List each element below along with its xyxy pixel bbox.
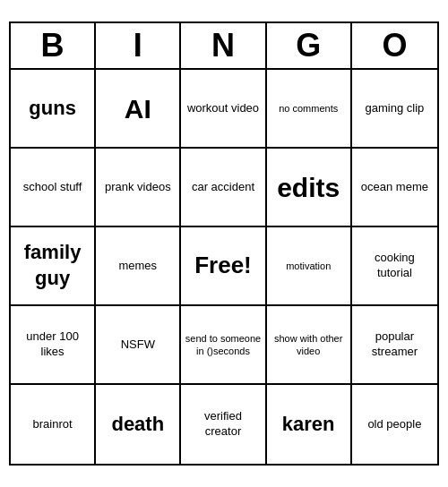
bingo-cell: prank videos	[96, 149, 181, 227]
bingo-cell: motivation	[267, 227, 352, 306]
bingo-cell: popular streamer	[352, 306, 437, 385]
bingo-card: BINGO gunsAIworkout videono commentsgami…	[9, 21, 439, 466]
cell-text: karen	[282, 412, 335, 438]
cell-text: motivation	[286, 260, 331, 272]
bingo-header-letter: B	[11, 23, 96, 68]
bingo-header-letter: I	[96, 23, 181, 68]
cell-text: edits	[277, 170, 340, 205]
cell-text: verified creator	[185, 409, 261, 440]
cell-text: no comments	[279, 102, 338, 115]
cell-text: prank videos	[105, 180, 171, 195]
bingo-cell: workout video	[181, 70, 266, 149]
bingo-header-letter: N	[181, 23, 266, 68]
bingo-cell: no comments	[267, 70, 352, 149]
bingo-cell: car accident	[181, 149, 266, 227]
bingo-cell: AI	[96, 70, 181, 149]
cell-text: death	[111, 412, 164, 438]
bingo-grid: gunsAIworkout videono commentsgaming cli…	[11, 70, 437, 464]
bingo-header: BINGO	[11, 23, 437, 70]
cell-text: car accident	[192, 180, 254, 195]
cell-text: brainrot	[33, 417, 73, 432]
bingo-cell: edits	[267, 149, 352, 227]
cell-text: send to someone in ()seconds	[185, 332, 261, 358]
bingo-cell: send to someone in ()seconds	[181, 306, 266, 385]
cell-text: cooking tutorial	[356, 251, 434, 281]
cell-text: old people	[367, 417, 421, 432]
bingo-header-letter: O	[352, 23, 437, 68]
cell-text: AI	[125, 91, 151, 126]
cell-text: workout video	[187, 101, 259, 116]
cell-text: ocean meme	[361, 180, 428, 195]
cell-text: show with other video	[271, 332, 347, 358]
bingo-cell: gaming clip	[352, 70, 437, 149]
cell-text: family guy	[14, 240, 90, 291]
bingo-cell: under 100 likes	[11, 306, 96, 385]
bingo-cell: memes	[96, 227, 181, 306]
cell-text: NSFW	[121, 337, 155, 353]
bingo-cell: family guy	[11, 227, 96, 306]
cell-text: popular streamer	[356, 329, 434, 360]
bingo-cell: old people	[352, 385, 437, 464]
bingo-cell: brainrot	[11, 385, 96, 464]
bingo-cell: ocean meme	[352, 149, 437, 227]
bingo-cell: Free!	[181, 227, 266, 306]
bingo-header-letter: G	[267, 23, 352, 68]
cell-text: memes	[118, 259, 157, 274]
bingo-cell: school stuff	[11, 149, 96, 227]
bingo-cell: NSFW	[96, 306, 181, 385]
bingo-cell: guns	[11, 70, 96, 149]
bingo-cell: cooking tutorial	[352, 227, 437, 306]
cell-text: Free!	[194, 251, 252, 281]
cell-text: guns	[29, 96, 76, 122]
bingo-cell: verified creator	[181, 385, 266, 464]
cell-text: gaming clip	[366, 101, 425, 116]
cell-text: school stuff	[23, 180, 82, 195]
cell-text: under 100 likes	[14, 329, 90, 360]
bingo-cell: karen	[267, 385, 352, 464]
bingo-cell: death	[96, 385, 181, 464]
bingo-cell: show with other video	[267, 306, 352, 385]
